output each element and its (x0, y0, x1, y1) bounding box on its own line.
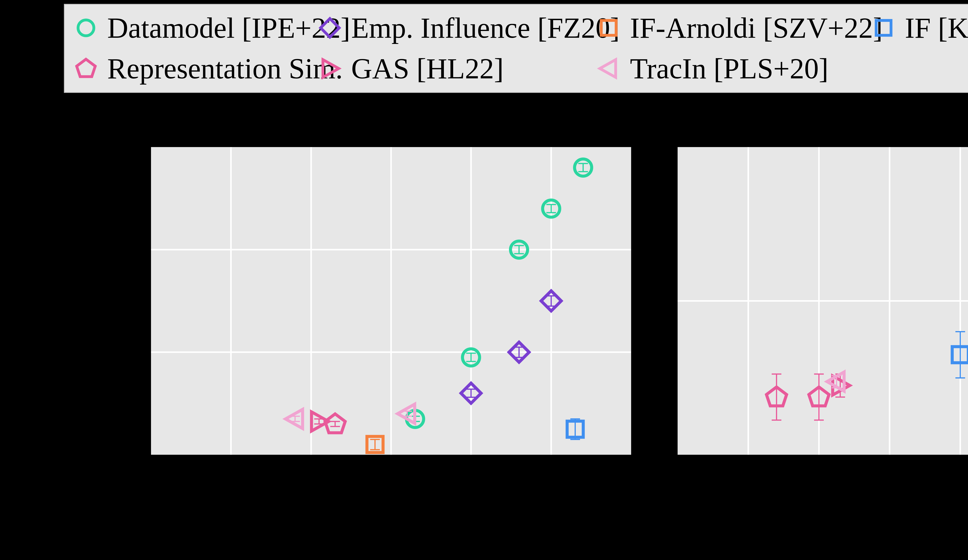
vgridline (390, 147, 392, 455)
vgridline (470, 147, 472, 455)
svg-marker-1 (321, 18, 339, 37)
data-point-gas (307, 409, 332, 434)
legend-label: Datamodel [IPE+22] (107, 11, 350, 45)
legend: Datamodel [IPE+22] Emp. Influence [FZ20]… (64, 4, 968, 93)
svg-marker-6 (600, 59, 616, 77)
svg-rect-27 (952, 347, 968, 363)
error-cap (955, 331, 965, 332)
plot-cifar10 (151, 147, 631, 455)
hgridline (151, 249, 631, 250)
svg-marker-18 (312, 412, 328, 431)
legend-label: Representation Sim. (107, 52, 343, 85)
if-marker-icon (870, 14, 897, 41)
svg-marker-4 (77, 59, 95, 77)
svg-point-9 (511, 241, 527, 258)
svg-point-0 (78, 20, 94, 36)
svg-marker-32 (827, 372, 844, 391)
legend-item-gas: GAS [HL22] (317, 49, 504, 88)
legend-label: TracIn [PLS+20] (630, 52, 829, 85)
svg-point-11 (575, 159, 592, 176)
legend-label: IF [KL17] (905, 11, 968, 45)
error-cap (955, 377, 965, 378)
legend-item-empinf: Emp. Influence [FZ20] (317, 8, 620, 47)
svg-rect-15 (367, 436, 383, 453)
svg-point-8 (462, 349, 479, 366)
data-point-empinf (539, 288, 564, 314)
datamodel-marker-icon (72, 14, 99, 41)
ifarnoldi-marker-icon (595, 14, 622, 41)
empinf-marker-icon (317, 14, 343, 41)
data-point-empinf (458, 381, 484, 406)
plot-imagenet (678, 147, 968, 455)
legend-item-ifarnoldi: IF-Arnoldi [SZV+22] (595, 8, 883, 47)
data-point-tracin (394, 401, 420, 426)
stage: Datamodel [IPE+22] Emp. Influence [FZ20]… (0, 0, 968, 560)
svg-point-10 (542, 200, 560, 217)
legend-item-tracin: TracIn [PLS+20] (595, 49, 829, 88)
legend-label: GAS [HL22] (351, 52, 504, 85)
vgridline (230, 147, 232, 455)
data-point-repsim (764, 385, 789, 410)
data-point-datamodel (539, 196, 564, 221)
data-point-if (563, 416, 588, 442)
data-point-ifarnoldi (362, 432, 388, 457)
data-point-datamodel (570, 155, 596, 180)
svg-rect-2 (601, 20, 616, 35)
data-point-datamodel (458, 345, 484, 370)
tracin-marker-icon (595, 55, 622, 82)
legend-label: IF-Arnoldi [SZV+22] (630, 11, 883, 45)
data-point-tracin (282, 406, 308, 431)
data-point-tracin (824, 369, 849, 394)
error-cap (814, 373, 824, 375)
error-cap (772, 420, 781, 421)
svg-marker-19 (285, 409, 303, 428)
data-point-datamodel (506, 237, 532, 262)
svg-marker-5 (323, 59, 339, 77)
hgridline (151, 352, 631, 353)
repsim-marker-icon (72, 55, 99, 82)
legend-item-datamodel: Datamodel [IPE+22] (72, 8, 350, 47)
svg-rect-16 (567, 421, 583, 437)
data-point-if (948, 342, 968, 367)
legend-label: Emp. Influence [FZ20] (351, 11, 620, 45)
data-point-empinf (506, 340, 532, 365)
legend-item-if: IF [KL17] (870, 8, 968, 47)
hgridline (678, 300, 968, 302)
svg-marker-12 (461, 383, 481, 403)
svg-marker-13 (509, 342, 529, 362)
svg-marker-29 (766, 387, 787, 406)
error-cap (772, 373, 781, 375)
svg-marker-14 (541, 291, 561, 311)
svg-rect-3 (876, 20, 891, 35)
svg-marker-20 (398, 404, 414, 423)
gas-marker-icon (317, 55, 343, 82)
error-cap (814, 420, 824, 421)
legend-item-repsim: Representation Sim. (72, 49, 343, 88)
vgridline (310, 147, 312, 455)
